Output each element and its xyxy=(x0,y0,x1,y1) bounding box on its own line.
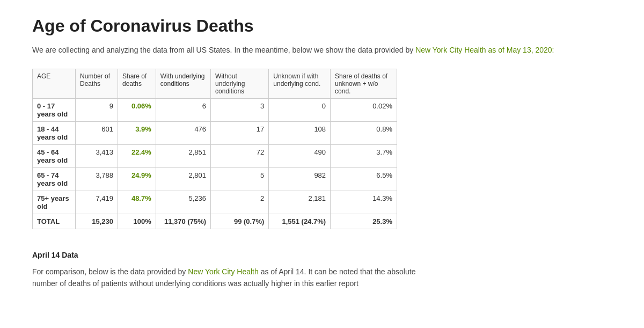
table-total-cell: 11,370 (75%) xyxy=(156,214,210,229)
table-cell: 48.7% xyxy=(118,191,156,214)
col-age: AGE xyxy=(33,69,76,99)
april-section-text: For comparison, below is the data provid… xyxy=(32,266,440,290)
table-total-cell: 99 (0.7%) xyxy=(211,214,269,229)
table-cell: 0 xyxy=(269,99,331,122)
table-cell: 2,181 xyxy=(269,191,331,214)
table-cell: 3.7% xyxy=(331,145,397,168)
table-cell: 75+ years old xyxy=(33,191,76,214)
table-cell: 490 xyxy=(269,145,331,168)
table-cell: 2 xyxy=(211,191,269,214)
table-cell: 22.4% xyxy=(118,145,156,168)
table-cell: 3 xyxy=(211,99,269,122)
table-row: 18 - 44 years old6013.9%476171080.8% xyxy=(33,122,397,145)
table-total-row: TOTAL15,230100%11,370 (75%)99 (0.7%)1,55… xyxy=(33,214,397,229)
table-cell: 7,419 xyxy=(75,191,118,214)
table-cell: 2,851 xyxy=(156,145,210,168)
table-total-cell: 25.3% xyxy=(331,214,397,229)
table-cell: 982 xyxy=(269,168,331,191)
table-cell: 2,801 xyxy=(156,168,210,191)
table-cell: 9 xyxy=(75,99,118,122)
table-total-cell: TOTAL xyxy=(33,214,76,229)
table-cell: 0.02% xyxy=(331,99,397,122)
table-cell: 17 xyxy=(211,122,269,145)
table-total-cell: 100% xyxy=(118,214,156,229)
col-share-unknown: Share of deaths of unknown + w/o cond. xyxy=(331,69,397,99)
table-cell: 24.9% xyxy=(118,168,156,191)
table-cell: 5 xyxy=(211,168,269,191)
table-row: 65 - 74 years old3,78824.9%2,80159826.5% xyxy=(33,168,397,191)
col-with-cond: With underlying conditions xyxy=(156,69,210,99)
table-cell: 65 - 74 years old xyxy=(33,168,76,191)
subtitle-link[interactable]: New York City Health as of May 13, 2020: xyxy=(415,46,554,54)
april-section-title: April 14 Data xyxy=(32,251,612,259)
table-cell: 0.06% xyxy=(118,99,156,122)
col-share: Share of deaths xyxy=(118,69,156,99)
table-cell: 0 - 17 years old xyxy=(33,99,76,122)
table-cell: 601 xyxy=(75,122,118,145)
col-unknown: Unknown if with underlying cond. xyxy=(269,69,331,99)
april-link[interactable]: New York City Health xyxy=(188,267,259,276)
table-cell: 6 xyxy=(156,99,210,122)
table-cell: 14.3% xyxy=(331,191,397,214)
table-cell: 476 xyxy=(156,122,210,145)
table-total-cell: 1,551 (24.7%) xyxy=(269,214,331,229)
table-cell: 0.8% xyxy=(331,122,397,145)
table-header-row: AGE Number of Deaths Share of deaths Wit… xyxy=(33,69,397,99)
table-cell: 45 - 64 years old xyxy=(33,145,76,168)
table-cell: 18 - 44 years old xyxy=(33,122,76,145)
table-cell: 3,413 xyxy=(75,145,118,168)
table-row: 0 - 17 years old90.06%6300.02% xyxy=(33,99,397,122)
subtitle-text: We are collecting and analyzing the data… xyxy=(32,46,413,54)
table-total-cell: 15,230 xyxy=(75,214,118,229)
deaths-table: AGE Number of Deaths Share of deaths Wit… xyxy=(32,69,397,229)
april-section: April 14 Data For comparison, below is t… xyxy=(32,251,612,290)
table-cell: 72 xyxy=(211,145,269,168)
table-row: 75+ years old7,41948.7%5,23622,18114.3% xyxy=(33,191,397,214)
col-deaths: Number of Deaths xyxy=(75,69,118,99)
subtitle: We are collecting and analyzing the data… xyxy=(32,45,612,56)
table-cell: 5,236 xyxy=(156,191,210,214)
table-cell: 108 xyxy=(269,122,331,145)
table-cell: 3,788 xyxy=(75,168,118,191)
page-title: Age of Coronavirus Deaths xyxy=(32,16,612,36)
april-text-before: For comparison, below is the data provid… xyxy=(32,267,186,276)
col-without-cond: Without underlying conditions xyxy=(211,69,269,99)
table-cell: 3.9% xyxy=(118,122,156,145)
table-row: 45 - 64 years old3,41322.4%2,851724903.7… xyxy=(33,145,397,168)
table-cell: 6.5% xyxy=(331,168,397,191)
